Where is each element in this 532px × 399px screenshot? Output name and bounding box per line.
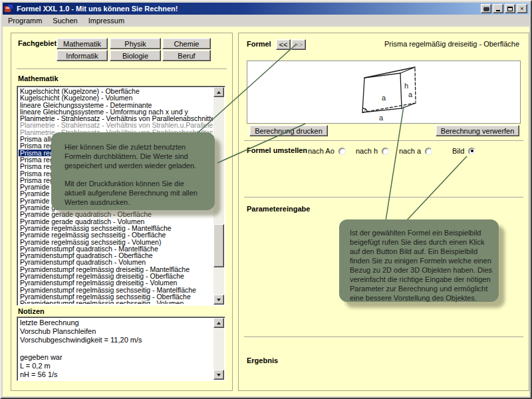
radio-nach-ao[interactable]: nach Ao — [308, 147, 346, 155]
prism-diagram: h a a a — [354, 62, 427, 123]
radio-label: Bild — [452, 147, 464, 155]
tooltip-browse: Hier können Sie die zuletzt benutzten Fo… — [51, 132, 215, 210]
tooltip-bild: Ist der gewählten Formel ein Beispielbil… — [339, 219, 499, 302]
notes-textarea[interactable]: letzte Berechnung Vorschub Planschleifen… — [17, 317, 225, 381]
menu-programm[interactable]: Programm — [3, 15, 47, 26]
scroll-up-icon[interactable] — [213, 318, 224, 328]
scroll-down-icon[interactable] — [213, 295, 224, 305]
subject-button-biologie[interactable]: Biologie — [110, 50, 161, 61]
radio-label: nach h — [356, 147, 378, 155]
scroll-up-icon[interactable] — [213, 87, 224, 97]
list-item[interactable]: Pyramidenstumpf regelmässig sechsseitig … — [19, 300, 213, 304]
radio-circle-icon[interactable] — [468, 148, 475, 155]
maximize-icon[interactable] — [505, 4, 515, 13]
radio-circle-icon[interactable] — [338, 148, 346, 155]
separator — [17, 68, 227, 69]
client-area: Fachgebiete Mathematik Physik Chemie Inf… — [3, 27, 529, 396]
separator — [244, 197, 523, 198]
svg-text:a: a — [408, 90, 413, 98]
menu-suchen[interactable]: Suchen — [47, 15, 82, 26]
subject-button-physik[interactable]: Physik — [110, 38, 161, 49]
prev-formula-button[interactable]: << — [276, 39, 291, 50]
left-panel: Fachgebiete Mathematik Physik Chemie Inf… — [11, 33, 233, 391]
radio-nach-h[interactable]: nach h — [356, 147, 389, 155]
formula-title: Prisma regelmäßig dreiseitig - Oberfläch… — [384, 40, 519, 48]
notes-scrollbar[interactable] — [213, 318, 224, 380]
svg-text:h: h — [404, 82, 408, 90]
radio-bild[interactable]: Bild — [452, 147, 475, 155]
radio-label: nach Ao — [308, 147, 334, 155]
minimize-icon[interactable] — [493, 4, 503, 13]
list-item[interactable]: Pyramide regelmässig sechsseitig - Oberf… — [19, 231, 213, 238]
notes-label: Notizen — [18, 307, 45, 315]
parameter-label: Parametereingabe — [247, 205, 310, 213]
radio-label: nach a — [399, 147, 421, 155]
formel-label: Formel — [247, 40, 271, 48]
app-icon — [5, 5, 13, 13]
radio-group: nach Aonach hnach aBild — [239, 147, 530, 156]
subject-button-mathematik[interactable]: Mathematik — [57, 38, 108, 49]
window-title: Formel XXL 1.0 - Mit uns können Sie Rech… — [17, 5, 178, 13]
tooltip-text: Hier können Sie die zuletzt benutzten Fo… — [65, 142, 207, 170]
fachgebiete-label: Fachgebiete — [18, 39, 61, 47]
right-panel: Formel << >> Prisma regelmäßig dreiseiti… — [238, 33, 529, 391]
svg-text:a: a — [379, 114, 384, 122]
subject-button-informatik[interactable]: Informatik — [57, 50, 108, 61]
app-window: Formel XXL 1.0 - Mit uns können Sie Rech… — [0, 0, 532, 399]
radio-circle-icon[interactable] — [382, 148, 389, 155]
svg-text:a: a — [382, 94, 386, 102]
separator — [244, 140, 523, 141]
menu-impressum[interactable]: Impressum — [83, 15, 130, 26]
list-title: Mathematik — [18, 74, 59, 82]
titlebar: Formel XXL 1.0 - Mit uns können Sie Rech… — [3, 3, 529, 15]
menu-bar: Programm Suchen Impressum — [3, 15, 529, 27]
print-calculation-button[interactable]: Berechnung drucken — [249, 125, 328, 136]
radio-nach-a[interactable]: nach a — [399, 147, 432, 155]
tooltip-text: Ist der gewählten Formel ein Beispielbil… — [350, 228, 493, 303]
separator — [244, 336, 523, 337]
list-scrollbar[interactable] — [213, 87, 224, 305]
notes-text: letzte Berechnung Vorschub Planschleifen… — [20, 319, 211, 379]
scroll-thumb[interactable] — [213, 224, 224, 267]
result-label: Ergebnis — [247, 356, 278, 364]
tooltip-text: Mit der Druckfunktion können Sie die akt… — [65, 179, 207, 207]
window-extra-icon[interactable] — [481, 4, 491, 13]
subject-button-chemie[interactable]: Chemie — [162, 38, 211, 49]
discard-calculation-button[interactable]: Berechnung verwerfen — [436, 125, 519, 136]
radio-circle-icon[interactable] — [425, 148, 432, 155]
formula-image-box: h a a a — [247, 61, 521, 124]
subject-button-beruf[interactable]: Beruf — [162, 50, 211, 61]
close-icon[interactable]: × — [517, 4, 527, 13]
next-formula-button[interactable]: >> — [291, 39, 306, 50]
scroll-down-icon[interactable] — [213, 370, 224, 380]
